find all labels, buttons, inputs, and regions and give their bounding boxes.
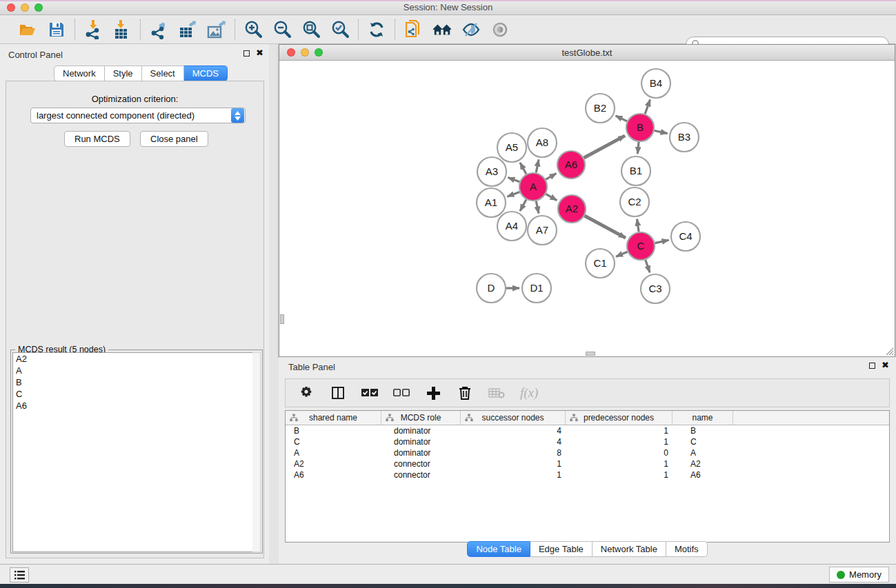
add-icon[interactable] (425, 385, 441, 401)
run-mcds-button[interactable]: Run MCDS (64, 131, 130, 147)
cell-name[interactable]: B (673, 425, 733, 436)
table-row[interactable]: Bdominator41B (286, 425, 889, 436)
graph-node-D[interactable]: D (477, 274, 506, 303)
graph-node-A[interactable]: A (519, 173, 547, 201)
cell-mcds_role[interactable]: dominator (381, 447, 461, 458)
cell-shared_name[interactable]: A2 (286, 458, 381, 469)
network-canvas[interactable]: AA1A2A3A4A5A6A7A8BB1B2B3B4CC1C2C3C4DD1 (279, 61, 895, 356)
tab-motifs[interactable]: Motifs (666, 541, 708, 557)
float-table-panel-icon[interactable] (869, 363, 875, 369)
edge-A6-B[interactable] (584, 136, 625, 158)
cell-mcds_role[interactable]: connector (381, 458, 461, 469)
cell-name[interactable]: C (673, 436, 733, 447)
cell-mcds_role[interactable]: connector (381, 469, 461, 480)
edge-C-C1[interactable] (616, 252, 628, 256)
table-row[interactable]: Cdominator41C (286, 436, 889, 447)
table-row[interactable]: Adominator80A (286, 447, 889, 458)
edge-A-A4[interactable] (520, 199, 526, 211)
edge-C-C4[interactable] (655, 240, 669, 243)
cell-predecessor_nodes[interactable]: 1 (566, 425, 673, 436)
cell-predecessor_nodes[interactable]: 0 (566, 447, 673, 458)
mcds-result-scrollbar[interactable] (252, 352, 261, 552)
float-panel-icon[interactable] (243, 50, 250, 57)
column-header-MCDS-role[interactable]: MCDS role (381, 411, 461, 425)
network-document-icon[interactable] (404, 20, 423, 39)
select-all-icon[interactable] (361, 385, 378, 401)
resize-grip-icon[interactable] (885, 347, 894, 356)
zoom-out-icon[interactable] (272, 20, 292, 39)
refresh-layout-icon[interactable] (367, 20, 386, 39)
column-header-name[interactable]: name (673, 411, 733, 425)
zoom-in-icon[interactable] (243, 20, 263, 39)
cell-shared_name[interactable]: C (286, 436, 381, 447)
column-header-successor-nodes[interactable]: successor nodes (461, 411, 566, 425)
network-window-titlebar[interactable]: testGlobe.txt (279, 45, 895, 61)
canvas-left-scroll-thumb[interactable] (280, 314, 284, 324)
delete-icon[interactable] (457, 385, 473, 401)
graph-node-A3[interactable]: A3 (477, 157, 506, 186)
save-session-icon[interactable] (47, 20, 66, 39)
mcds-result-item[interactable]: A2 (13, 353, 253, 365)
mcds-result-list[interactable]: A2ABCA6 (12, 352, 254, 552)
tab-select[interactable]: Select (142, 65, 184, 81)
cell-shared_name[interactable]: A6 (286, 469, 381, 480)
mcds-result-item[interactable]: A6 (13, 400, 253, 412)
edge-A-A7[interactable] (536, 201, 539, 214)
deselect-all-icon[interactable] (393, 385, 410, 401)
tab-node-table[interactable]: Node Table (467, 541, 530, 557)
edge-A-A8[interactable] (536, 159, 539, 172)
tab-mcds[interactable]: MCDS (184, 65, 228, 81)
mcds-result-item[interactable]: C (13, 388, 253, 400)
zoom-fit-icon[interactable] (301, 20, 321, 39)
graph-node-C[interactable]: C (627, 232, 655, 260)
cell-successor_nodes[interactable]: 1 (461, 458, 566, 469)
cell-name[interactable]: A6 (673, 469, 733, 480)
graph-node-A8[interactable]: A8 (528, 128, 557, 157)
import-network-icon[interactable] (83, 20, 103, 39)
graph-node-B[interactable]: B (626, 114, 654, 141)
cell-successor_nodes[interactable]: 4 (461, 425, 566, 436)
tab-network[interactable]: Network (54, 65, 105, 81)
graph-node-A4[interactable]: A4 (497, 212, 526, 241)
task-history-button[interactable] (10, 567, 29, 582)
node-table[interactable]: shared nameMCDS rolesuccessor nodesprede… (285, 410, 890, 543)
graph-node-C2[interactable]: C2 (620, 187, 649, 216)
edge-B-B1[interactable] (637, 142, 639, 154)
edge-A-A2[interactable] (546, 194, 557, 200)
cell-shared_name[interactable]: A (286, 447, 381, 458)
tab-network-table[interactable]: Network Table (593, 541, 666, 557)
graph-node-C4[interactable]: C4 (671, 222, 700, 251)
tab-edge-table[interactable]: Edge Table (530, 541, 593, 557)
column-header-predecessor-nodes[interactable]: predecessor nodes (566, 411, 673, 425)
cell-mcds_role[interactable]: dominator (381, 436, 461, 447)
graph-node-C3[interactable]: C3 (641, 274, 670, 303)
open-session-icon[interactable] (18, 20, 37, 39)
mcds-result-item[interactable]: B (13, 376, 253, 388)
canvas-bottom-scroll-thumb[interactable] (586, 352, 595, 356)
edge-A-A1[interactable] (507, 192, 519, 196)
cell-successor_nodes[interactable]: 8 (461, 447, 566, 458)
cell-shared_name[interactable]: B (286, 425, 381, 436)
close-table-panel-icon[interactable]: ✖ (882, 362, 889, 369)
tab-style[interactable]: Style (105, 65, 142, 81)
zoom-selected-icon[interactable] (330, 20, 350, 39)
edge-A-A3[interactable] (508, 178, 519, 182)
graph-node-B2[interactable]: B2 (586, 94, 615, 123)
import-table-icon[interactable] (112, 20, 132, 39)
graph-node-A1[interactable]: A1 (477, 188, 506, 217)
cell-successor_nodes[interactable]: 1 (461, 469, 566, 480)
table-row[interactable]: A6connector11A6 (286, 469, 889, 480)
show-graphics-icon[interactable] (490, 20, 510, 39)
close-panel-icon[interactable]: ✖ (256, 50, 263, 57)
edge-A-A6[interactable] (546, 174, 556, 180)
home-icon[interactable] (432, 20, 452, 39)
criterion-dropdown[interactable]: largest connected component (directed) (30, 108, 246, 123)
graph-node-A5[interactable]: A5 (497, 133, 526, 162)
hide-graphics-icon[interactable] (461, 20, 481, 39)
edge-B-B4[interactable] (645, 100, 650, 114)
graph-node-A2[interactable]: A2 (558, 195, 586, 223)
graph-node-C1[interactable]: C1 (586, 249, 615, 278)
edge-B-B2[interactable] (616, 116, 628, 121)
graph-node-B3[interactable]: B3 (670, 123, 699, 152)
edge-A-A5[interactable] (520, 163, 526, 174)
